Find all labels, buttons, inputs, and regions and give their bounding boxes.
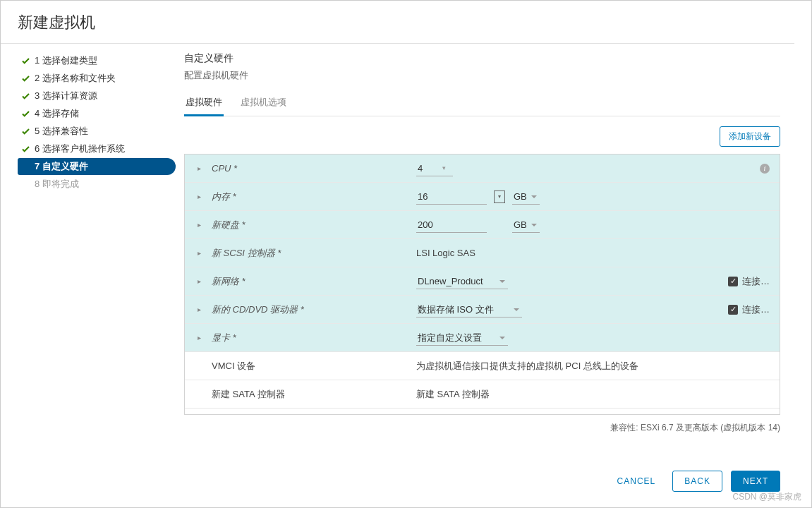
row-memory: ▸ 内存 * ▾ GB (185, 183, 780, 211)
step-label: 3 选择计算资源 (35, 90, 97, 102)
step-2[interactable]: 2 选择名称和文件夹 (18, 70, 176, 87)
check-icon (20, 93, 30, 99)
row-label: CPU * (212, 163, 416, 174)
compatibility-text: 兼容性: ESXi 6.7 及更高版本 (虚拟机版本 14) (184, 422, 780, 434)
step-8: 8 即将完成 (18, 176, 176, 193)
step-4[interactable]: 4 选择存储 (18, 105, 176, 122)
expand-icon[interactable]: ▸ (198, 193, 206, 200)
row-label: 新的 CD/DVD 驱动器 * (212, 303, 416, 316)
row-label: 新硬盘 * (212, 219, 416, 231)
back-button[interactable]: BACK (672, 471, 722, 492)
row-vmci: ▸ VMCI 设备 为虚拟机通信接口提供支持的虚拟机 PCI 总线上的设备 (185, 352, 780, 380)
cdrom-select[interactable]: 数据存储 ISO 文件 (416, 302, 522, 318)
content-subheading: 配置虚拟机硬件 (184, 69, 780, 82)
row-value: 为虚拟机通信接口提供支持的虚拟机 PCI 总线上的设备 (416, 360, 770, 373)
step-label: 4 选择存储 (35, 107, 79, 120)
step-label: 8 即将完成 (35, 178, 79, 190)
chevron-down-icon: ▾ (442, 164, 446, 171)
row-value: DLnew_Product ✓ 连接… (416, 274, 770, 289)
info-icon[interactable]: i (760, 164, 770, 174)
row-cpu: ▸ CPU * 4 ▾ i (185, 155, 780, 183)
row-value: GB (416, 217, 770, 233)
check-icon (20, 75, 30, 82)
row-value: LSI Logic SAS (416, 248, 770, 258)
info-wrap: i (760, 164, 770, 174)
step-label: 7 自定义硬件 (35, 160, 88, 173)
row-label: 新网络 * (212, 275, 416, 288)
next-button[interactable]: NEXT (731, 471, 780, 492)
tab-vm-options[interactable]: 虚拟机选项 (239, 96, 288, 116)
dialog-body: 1 选择创建类型 2 选择名称和文件夹 3 选择计算资源 4 选择存储 5 选择… (1, 44, 811, 458)
content-header: 自定义硬件 配置虚拟机硬件 (184, 52, 780, 96)
memory-input[interactable] (416, 189, 487, 205)
new-vm-dialog: 新建虚拟机 1 选择创建类型 2 选择名称和文件夹 3 选择计算资源 4 选择存… (0, 0, 812, 508)
scsi-value: LSI Logic SAS (416, 248, 475, 258)
row-label: 新 SCSI 控制器 * (212, 247, 416, 260)
sata-value: 新建 SATA 控制器 (416, 388, 490, 401)
expand-icon[interactable]: ▸ (198, 164, 206, 172)
step-1[interactable]: 1 选择创建类型 (18, 52, 176, 69)
disk-input[interactable] (416, 217, 487, 233)
check-icon (20, 111, 30, 117)
row-disk: ▸ 新硬盘 * GB (185, 211, 780, 239)
tab-bar: 虚拟硬件 虚拟机选项 (184, 96, 780, 116)
disk-unit-select[interactable]: GB (512, 217, 540, 233)
cdrom-connect-checkbox[interactable]: ✓ (728, 305, 738, 315)
hardware-table[interactable]: ▸ CPU * 4 ▾ i ▸ 内存 * (184, 154, 780, 415)
step-3[interactable]: 3 选择计算资源 (18, 87, 176, 104)
cdrom-connect-label: 连接… (742, 303, 770, 316)
expand-icon[interactable]: ▸ (198, 249, 206, 257)
dialog-footer: CANCEL BACK NEXT CSDN @莫非家虎 (1, 458, 811, 507)
row-value: 4 ▾ i (416, 161, 770, 176)
row-scsi: ▸ 新 SCSI 控制器 * LSI Logic SAS (185, 239, 780, 267)
watermark: CSDN @莫非家虎 (732, 491, 801, 503)
expand-icon[interactable]: ▸ (198, 306, 206, 313)
row-label: VMCI 设备 (212, 360, 416, 373)
step-label: 1 选择创建类型 (35, 54, 97, 67)
toolbar: 添加新设备 (184, 126, 780, 147)
step-6[interactable]: 6 选择客户机操作系统 (18, 140, 176, 157)
step-label: 2 选择名称和文件夹 (35, 72, 116, 85)
check-icon (20, 128, 30, 135)
row-value: 新建 SATA 控制器 (416, 388, 770, 401)
network-select[interactable]: DLnew_Product (416, 274, 508, 289)
step-7[interactable]: 7 自定义硬件 (18, 158, 176, 175)
gpu-select[interactable]: 指定自定义设置 (416, 330, 508, 346)
step-label: 5 选择兼容性 (35, 125, 88, 138)
wizard-steps: 1 选择创建类型 2 选择名称和文件夹 3 选择计算资源 4 选择存储 5 选择… (1, 44, 176, 458)
wizard-content: 自定义硬件 配置虚拟机硬件 虚拟硬件 虚拟机选项 添加新设备 ▸ CPU * 4 (176, 44, 811, 458)
row-value: ▾ GB (416, 189, 770, 205)
check-icon (20, 58, 30, 64)
expand-icon[interactable]: ▸ (198, 334, 206, 341)
row-label: 显卡 * (212, 332, 416, 344)
add-device-button[interactable]: 添加新设备 (720, 126, 780, 147)
cpu-select[interactable]: 4 ▾ (416, 161, 453, 176)
check-icon (20, 146, 30, 152)
row-network: ▸ 新网络 * DLnew_Product ✓ 连接… (185, 267, 780, 296)
cpu-value: 4 (418, 163, 423, 174)
dialog-header: 新建虚拟机 (1, 1, 811, 43)
row-label: 内存 * (212, 190, 416, 203)
network-connect-label: 连接… (742, 275, 770, 288)
tab-virtual-hardware[interactable]: 虚拟硬件 (184, 96, 224, 116)
cancel-button[interactable]: CANCEL (609, 471, 665, 492)
row-label: 新建 SATA 控制器 (212, 388, 416, 401)
step-label: 6 选择客户机操作系统 (35, 143, 125, 155)
row-value: 指定自定义设置 (416, 330, 770, 346)
row-sata: ▸ 新建 SATA 控制器 新建 SATA 控制器 (185, 380, 780, 409)
memory-spinner[interactable]: ▾ (494, 190, 505, 203)
step-5[interactable]: 5 选择兼容性 (18, 123, 176, 140)
content-heading: 自定义硬件 (184, 52, 780, 65)
row-value: 数据存储 ISO 文件 ✓ 连接… (416, 302, 770, 318)
vmci-value: 为虚拟机通信接口提供支持的虚拟机 PCI 总线上的设备 (416, 360, 638, 373)
row-gpu: ▸ 显卡 * 指定自定义设置 (185, 324, 780, 352)
expand-icon[interactable]: ▸ (198, 277, 206, 285)
network-connect-checkbox[interactable]: ✓ (728, 277, 738, 286)
row-cdrom: ▸ 新的 CD/DVD 驱动器 * 数据存储 ISO 文件 ✓ 连接… (185, 296, 780, 324)
expand-icon[interactable]: ▸ (198, 221, 206, 229)
row-other: ▸ 其他 其他硬件 (185, 409, 780, 415)
dialog-title: 新建虚拟机 (18, 12, 794, 33)
memory-unit-select[interactable]: GB (512, 189, 540, 205)
